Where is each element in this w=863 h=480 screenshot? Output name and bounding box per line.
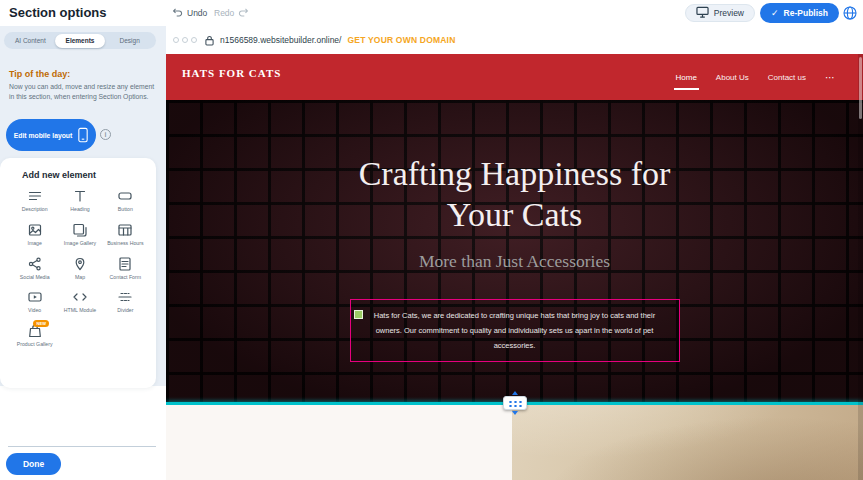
site-preview: n1566589.websitebuilder.online/ GET YOUR… xyxy=(166,26,863,480)
tip-of-the-day: Tip of the day: Now you can add, move an… xyxy=(9,69,155,101)
globe-button[interactable] xyxy=(843,6,857,20)
nav-home[interactable]: Home xyxy=(676,69,697,86)
new-badge: NEW xyxy=(33,320,49,327)
element-item-business-hours[interactable]: Business Hours xyxy=(103,220,148,249)
element-item-image[interactable]: Image xyxy=(12,220,57,249)
description-icon xyxy=(27,188,43,204)
edit-mobile-layout-button[interactable]: Edit mobile layout xyxy=(6,119,96,151)
section-drag-handle[interactable] xyxy=(503,391,527,415)
window-dots xyxy=(173,37,197,43)
hero-paragraph-text: Hats for Cats, we are dedicated to craft… xyxy=(374,311,655,350)
info-icon[interactable]: i xyxy=(100,129,111,140)
element-item-html-module[interactable]: HTML Module xyxy=(57,287,102,316)
tip-body: Now you can add, move and resize any ele… xyxy=(9,82,155,101)
scrollbar-thumb[interactable] xyxy=(859,57,862,119)
video-icon xyxy=(27,289,43,305)
nav-more-button[interactable]: ⋯ xyxy=(825,72,835,83)
preview-label: Preview xyxy=(714,8,744,18)
element-item-video[interactable]: Video xyxy=(12,287,57,316)
business-hours-icon xyxy=(117,222,133,238)
element-item-heading[interactable]: Heading xyxy=(57,186,102,215)
republish-label: Re-Publish xyxy=(784,8,828,18)
done-button[interactable]: Done xyxy=(6,453,61,475)
tab-elements[interactable]: Elements xyxy=(55,34,105,48)
next-section[interactable] xyxy=(166,405,863,480)
social-media-icon xyxy=(27,256,43,272)
add-element-panel: Add new element Description Heading Butt… xyxy=(0,158,156,388)
element-item-contact-form[interactable]: Contact Form xyxy=(103,254,148,283)
nav-about-us[interactable]: About Us xyxy=(716,69,749,86)
grip-dots-icon xyxy=(507,399,522,407)
preview-scrollbar[interactable] xyxy=(858,54,863,480)
hero-paragraph[interactable]: Hats for Cats, we are dedicated to craft… xyxy=(350,299,680,362)
browser-bar: n1566589.websitebuilder.online/ GET YOUR… xyxy=(166,26,863,54)
redo-icon xyxy=(238,7,249,20)
contact-form-icon xyxy=(117,256,133,272)
resize-handle[interactable] xyxy=(354,310,363,319)
tab-design[interactable]: Design xyxy=(105,34,155,48)
map-icon xyxy=(72,256,88,272)
next-section-image xyxy=(512,405,863,480)
element-item-button[interactable]: Button xyxy=(103,186,148,215)
element-item-product-gallery[interactable]: NEW Product Gallery xyxy=(12,321,57,350)
arrow-down-icon xyxy=(512,411,518,415)
tab-ai-content[interactable]: AI Content xyxy=(6,34,56,48)
monitor-icon xyxy=(696,6,709,20)
republish-button[interactable]: ✓ Re-Publish xyxy=(760,3,839,23)
html-module-icon xyxy=(72,289,88,305)
tip-title: Tip of the day: xyxy=(9,69,155,79)
preview-button[interactable]: Preview xyxy=(685,4,755,22)
element-item-image-gallery[interactable]: Image Gallery xyxy=(57,220,102,249)
site-header: HATS FOR CATS Home About Us Contact us ⋯ xyxy=(166,54,863,100)
element-grid: Description Heading Button Image xyxy=(0,186,156,350)
arrow-up-icon xyxy=(512,391,518,395)
element-item-map[interactable]: Map xyxy=(57,254,102,283)
site-logo[interactable]: HATS FOR CATS xyxy=(182,67,281,79)
window-dot xyxy=(182,37,188,43)
window-dot xyxy=(173,37,179,43)
edit-mobile-label: Edit mobile layout xyxy=(14,132,73,139)
divider-icon xyxy=(117,289,133,305)
add-panel-title: Add new element xyxy=(0,158,156,186)
hero-title-line-2: Your Cats xyxy=(166,194,863,235)
lock-icon xyxy=(205,35,214,46)
image-gallery-icon xyxy=(72,222,88,238)
heading-icon xyxy=(72,188,88,204)
redo-label: Redo xyxy=(214,8,234,18)
sidebar: AI Content Elements Design Tip of the da… xyxy=(0,26,166,480)
undo-button[interactable]: Undo xyxy=(172,0,207,26)
phone-icon xyxy=(78,127,88,144)
undo-icon xyxy=(172,7,183,20)
app-root: Section options Undo Redo Preview ✓ Re-P… xyxy=(0,0,863,480)
hero-subtitle[interactable]: More than Just Accessories xyxy=(166,251,863,272)
element-item-description[interactable]: Description xyxy=(12,186,57,215)
check-icon: ✓ xyxy=(771,8,779,18)
sidebar-divider xyxy=(8,446,156,447)
redo-button[interactable]: Redo xyxy=(214,0,249,26)
url-text[interactable]: n1566589.websitebuilder.online/ xyxy=(220,35,341,45)
hero-title-line-1: Crafting Happiness for xyxy=(166,153,863,194)
element-item-divider[interactable]: Divider xyxy=(103,287,148,316)
window-dot xyxy=(191,37,197,43)
get-domain-link[interactable]: GET YOUR OWN DOMAIN xyxy=(347,35,455,45)
element-item-social-media[interactable]: Social Media xyxy=(12,254,57,283)
hero-section[interactable]: Crafting Happiness for Your Cats More th… xyxy=(166,100,863,405)
topbar: Section options Undo Redo Preview ✓ Re-P… xyxy=(0,0,863,26)
button-icon xyxy=(117,188,133,204)
image-icon xyxy=(27,222,43,238)
page-title: Section options xyxy=(9,5,107,20)
undo-label: Undo xyxy=(187,8,207,18)
site-nav: Home About Us Contact us ⋯ xyxy=(676,54,836,100)
hero-title[interactable]: Crafting Happiness for Your Cats xyxy=(166,153,863,235)
nav-contact-us[interactable]: Contact us xyxy=(768,69,806,86)
globe-icon xyxy=(843,6,857,23)
grip-box xyxy=(503,396,527,410)
sidebar-tabs: AI Content Elements Design xyxy=(4,32,156,49)
